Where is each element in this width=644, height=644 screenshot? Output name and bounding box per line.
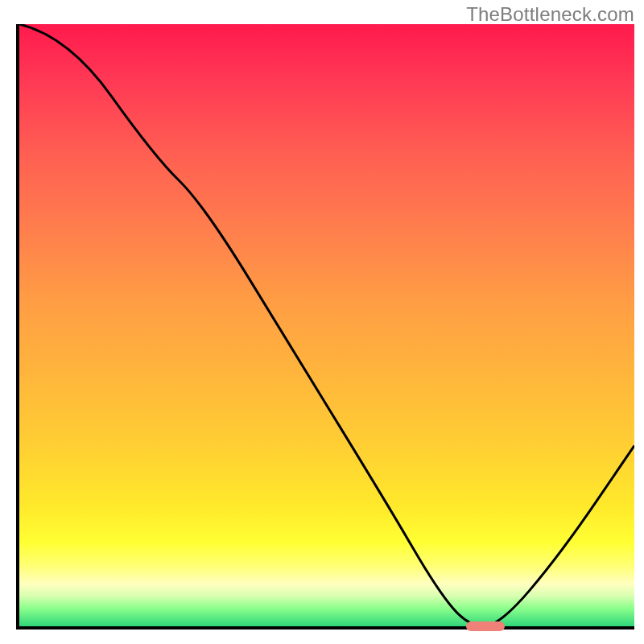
bottleneck-curve	[19, 24, 634, 626]
optimum-range-marker	[466, 621, 504, 631]
bottleneck-chart: TheBottleneck.com	[0, 0, 644, 644]
plot-area	[16, 24, 634, 630]
attribution-label: TheBottleneck.com	[466, 3, 634, 26]
curve-path	[19, 24, 634, 626]
